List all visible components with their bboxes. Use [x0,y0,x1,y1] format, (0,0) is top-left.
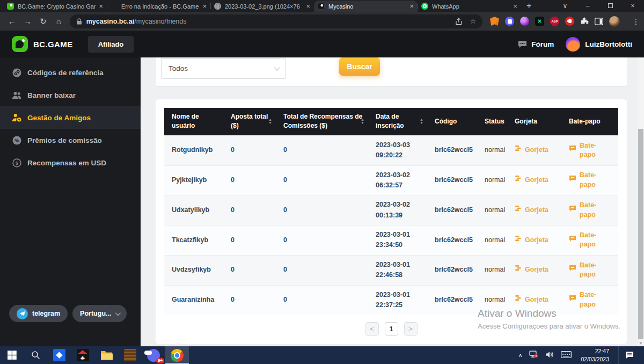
table-header-row: Nome de usuárioAposta total ($)▲▼Total d… [164,108,618,135]
signup-date: 2023-03-01 [376,230,423,240]
browser-tab[interactable]: Mycasino× [314,1,418,12]
affiliate-tab[interactable]: Afiliado [88,36,134,53]
home-icon[interactable]: ⌂ [51,13,67,29]
tip-link[interactable]: Gorjeta [515,175,557,185]
tip-link[interactable]: Gorjeta [515,235,557,245]
x-extension-icon[interactable] [535,17,544,26]
browser-tab[interactable]: BC.Game: Crypto Casino Gam× [3,1,107,12]
extension-row: ⋮ [490,16,640,27]
maximize-button[interactable] [599,2,621,10]
discord-icon[interactable]: 9+ [142,346,165,364]
browser-tab[interactable]: Erro na Indicação - BC.Game× [107,1,210,12]
purple-swirl-extension-icon[interactable] [520,17,529,26]
chat-link[interactable]: Bate-papo [569,201,614,220]
tip-link[interactable]: Gorjeta [515,265,557,275]
browser-profile-avatar[interactable] [609,16,620,27]
sidebar-item-user-plus[interactable]: Gestão de Amigos [0,106,141,129]
column-header[interactable]: Aposta total ($)▲▼ [223,108,276,135]
file-explorer-icon[interactable] [94,346,118,364]
username-label[interactable]: LuizBortolotti [585,40,632,48]
sidebar-item-dollar[interactable]: $Recompensas em USD [0,151,141,174]
forum-link[interactable]: Fórum [531,40,554,48]
taskbar-app-blue-icon[interactable] [47,346,71,364]
column-header[interactable]: Data de inscrição▲▼ [368,108,427,135]
scrollbar-thumb[interactable] [638,129,643,339]
tip-link[interactable]: Gorjeta [515,295,557,305]
metamask-fox-icon[interactable] [490,17,499,26]
prev-page-button[interactable]: < [365,322,379,336]
chat-link[interactable]: Bate-papo [569,231,614,250]
filter-select[interactable]: Todos [161,58,286,79]
browser-menu-icon[interactable]: ⋮ [632,17,640,26]
cell-signup-date: 2023-03-0206:32:57 [368,165,427,195]
bookmark-star-icon[interactable]: ☆ [470,17,476,25]
sidebar-item-link[interactable]: Códigos de referência [0,61,141,84]
adblock-plus-icon[interactable] [550,17,559,26]
browser-tab[interactable]: WhatsApp× [418,1,521,12]
sidebar-item-users[interactable]: Banner baixar [0,84,141,106]
cell-signup-date: 2023-03-0200:13:39 [368,195,427,225]
tip-link[interactable]: Gorjeta [515,145,557,155]
back-icon[interactable]: ← [4,13,20,29]
reload-icon[interactable]: ↻ [35,13,51,29]
address-bar[interactable]: mycasino.bc.ai /mycasino/friends ☆ [70,14,482,28]
chat-link[interactable]: Bate-papo [569,171,614,190]
new-tab-button[interactable]: + [526,2,531,10]
minimize-button[interactable]: – [576,2,599,10]
chrome-taskbar-icon[interactable] [165,346,189,364]
volume-icon[interactable] [545,351,554,360]
screen: BC.Game: Crypto Casino Gam×Erro na Indic… [0,0,644,364]
chat-link[interactable]: Bate-papo [569,290,614,309]
action-center-icon[interactable] [618,346,640,364]
brand-title[interactable]: BC.GAME [33,40,73,49]
tab-close-icon[interactable]: × [99,3,103,10]
tab-search-chevron-icon[interactable]: ∨ [554,2,576,10]
telegram-button[interactable]: telegram [9,305,68,322]
coins-icon [515,265,522,275]
cell-commission-rewards: 0 [276,255,368,285]
network-disconnected-icon[interactable] [529,351,538,360]
language-selector[interactable]: Portugu... [72,305,127,322]
current-page-button[interactable]: 1 [385,322,398,336]
chat-link[interactable]: Bate-papo [569,141,614,160]
search-button[interactable]: Buscar [339,57,380,76]
taskbar-clock[interactable]: 22:47 02/03/2023 [581,347,609,362]
chat-link[interactable]: Bate-papo [569,261,614,280]
extensions-puzzle-icon[interactable] [580,17,589,26]
signup-time: 06:32:57 [376,180,423,191]
tab-close-icon[interactable]: × [513,3,517,10]
user-avatar[interactable] [566,37,580,52]
tab-close-icon[interactable]: × [202,3,207,10]
page-scrollbar[interactable]: ▼ [638,57,644,346]
cell-tip: Gorjeta [507,195,561,225]
taskbar-wood-app-icon[interactable] [118,346,142,364]
signup-date: 2023-03-02 [376,200,423,210]
taskbar-poker-app-icon[interactable] [71,346,94,364]
touch-keyboard-icon[interactable] [561,351,572,360]
taskbar-search-icon[interactable] [24,346,47,364]
next-page-button[interactable]: > [404,322,418,336]
cell-username: Pyjktejikyb [164,165,223,195]
bcgame-logo-icon[interactable] [12,36,28,52]
tray-chevron-up-icon[interactable]: ∧ [518,352,522,358]
close-button[interactable]: × [621,2,644,10]
sidebar-item-percent[interactable]: %Prêmios de comissão [0,129,141,151]
browser-tab[interactable]: 2023-03-02_3.png (1024×76× [210,1,314,12]
tab-close-icon[interactable]: × [409,3,414,10]
cell-status: normal [477,225,507,256]
sort-arrows-icon[interactable]: ▲▼ [361,118,364,125]
cell-bet-total: 0 [223,285,276,315]
blocker-hand-icon[interactable] [565,17,574,26]
side-panel-icon[interactable] [595,18,603,25]
column-header[interactable]: Total de Recompensas de Comissões ($)▲▼ [276,108,368,135]
start-button[interactable] [0,346,24,364]
forum-chat-icon[interactable] [518,40,527,48]
scrollbar-down-arrow[interactable]: ▼ [639,341,643,346]
ghost-wallet-icon[interactable] [505,17,514,26]
forward-icon[interactable]: → [20,13,35,29]
sort-arrows-icon[interactable]: ▲▼ [420,118,423,125]
tip-link[interactable]: Gorjeta [515,205,557,215]
share-icon[interactable] [455,18,463,25]
tab-close-icon[interactable]: × [306,3,310,10]
sort-arrows-icon[interactable]: ▲▼ [268,118,272,125]
